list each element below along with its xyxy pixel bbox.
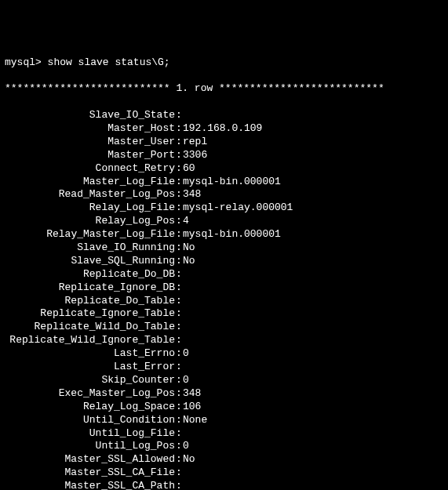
status-field-row: Last_Error: xyxy=(5,361,443,374)
field-separator: : xyxy=(175,334,183,347)
status-field-row: Replicate_Wild_Do_Table: xyxy=(5,321,443,334)
field-label: Until_Log_File xyxy=(5,427,175,441)
field-separator: : xyxy=(175,228,183,241)
field-separator: : xyxy=(175,295,183,308)
field-label: Last_Error xyxy=(5,361,175,374)
field-label: Relay_Log_Pos xyxy=(5,215,175,228)
field-separator: : xyxy=(175,387,183,401)
field-label: Slave_IO_State xyxy=(5,109,175,122)
field-separator: : xyxy=(175,149,183,162)
field-separator: : xyxy=(175,414,183,427)
field-label: Replicate_Wild_Ignore_Table xyxy=(5,334,175,347)
row-separator-header: *************************** 1. row *****… xyxy=(5,82,443,96)
status-field-row: Relay_Log_File:mysql-relay.000001 xyxy=(5,201,443,215)
field-value: 348 xyxy=(183,188,201,201)
field-separator: : xyxy=(175,122,183,136)
status-field-row: Last_Errno:0 xyxy=(5,347,443,361)
field-separator: : xyxy=(175,215,183,228)
field-label: Master_SSL_CA_Path xyxy=(5,480,175,490)
field-label: Replicate_Do_DB xyxy=(5,268,175,281)
field-separator: : xyxy=(175,440,183,453)
field-label: Master_Port xyxy=(5,149,175,162)
status-field-row: Master_Host:192.168.0.109 xyxy=(5,122,443,136)
field-label: Replicate_Do_Table xyxy=(5,295,175,308)
field-value: 0 xyxy=(183,374,189,387)
mysql-prompt[interactable]: mysql> show slave status\G; xyxy=(5,56,443,70)
field-separator: : xyxy=(175,176,183,189)
field-label: Relay_Log_File xyxy=(5,201,175,215)
status-field-row: Master_Port:3306 xyxy=(5,149,443,162)
status-field-row: Master_SSL_Allowed:No xyxy=(5,453,443,466)
field-label: Master_Host xyxy=(5,122,175,136)
status-field-row: Replicate_Wild_Ignore_Table: xyxy=(5,334,443,347)
field-separator: : xyxy=(175,374,183,387)
status-field-row: Relay_Log_Pos:4 xyxy=(5,215,443,228)
status-field-row: Replicate_Ignore_DB: xyxy=(5,281,443,295)
field-value: repl xyxy=(183,136,207,149)
status-field-row: Master_User:repl xyxy=(5,136,443,149)
field-label: Skip_Counter xyxy=(5,374,175,387)
field-label: Slave_IO_Running xyxy=(5,241,175,255)
field-label: Master_SSL_Allowed xyxy=(5,453,175,466)
field-separator: : xyxy=(175,347,183,361)
status-fields-container: Slave_IO_State:Master_Host:192.168.0.109… xyxy=(5,109,443,490)
status-field-row: Replicate_Do_DB: xyxy=(5,268,443,281)
field-separator: : xyxy=(175,466,183,480)
field-separator: : xyxy=(175,427,183,441)
field-value: 3306 xyxy=(183,149,207,162)
field-value: mysql-bin.000001 xyxy=(183,228,281,241)
field-label: Replicate_Ignore_Table xyxy=(5,307,175,321)
field-label: Relay_Master_Log_File xyxy=(5,228,175,241)
field-value: mysql-bin.000001 xyxy=(183,176,281,189)
field-value: 60 xyxy=(183,162,195,176)
status-field-row: Until_Log_File: xyxy=(5,427,443,441)
field-label: Until_Log_Pos xyxy=(5,440,175,453)
field-label: Exec_Master_Log_Pos xyxy=(5,387,175,401)
status-field-row: Read_Master_Log_Pos:348 xyxy=(5,188,443,201)
status-field-row: Until_Condition:None xyxy=(5,414,443,427)
field-separator: : xyxy=(175,241,183,255)
field-value: 0 xyxy=(183,440,189,453)
field-label: Master_Log_File xyxy=(5,176,175,189)
status-field-row: Exec_Master_Log_Pos:348 xyxy=(5,387,443,401)
field-value: 192.168.0.109 xyxy=(183,122,262,136)
field-value: 106 xyxy=(183,401,201,414)
field-value: 0 xyxy=(183,347,189,361)
field-label: Relay_Log_Space xyxy=(5,401,175,414)
field-label: Master_User xyxy=(5,136,175,149)
status-field-row: Connect_Retry:60 xyxy=(5,162,443,176)
status-field-row: Replicate_Ignore_Table: xyxy=(5,307,443,321)
field-value: No xyxy=(183,255,195,268)
field-separator: : xyxy=(175,401,183,414)
field-separator: : xyxy=(175,136,183,149)
status-field-row: Slave_IO_State: xyxy=(5,109,443,122)
field-separator: : xyxy=(175,255,183,268)
field-value: mysql-relay.000001 xyxy=(183,201,293,215)
field-value: 348 xyxy=(183,387,201,401)
field-label: Read_Master_Log_Pos xyxy=(5,188,175,201)
status-field-row: Master_SSL_CA_File: xyxy=(5,466,443,480)
field-separator: : xyxy=(175,307,183,321)
field-label: Master_SSL_CA_File xyxy=(5,466,175,480)
field-separator: : xyxy=(175,281,183,295)
field-separator: : xyxy=(175,268,183,281)
field-label: Slave_SQL_Running xyxy=(5,255,175,268)
field-label: Last_Errno xyxy=(5,347,175,361)
status-field-row: Relay_Log_Space:106 xyxy=(5,401,443,414)
field-value: None xyxy=(183,414,207,427)
status-field-row: Master_Log_File:mysql-bin.000001 xyxy=(5,176,443,189)
field-label: Until_Condition xyxy=(5,414,175,427)
status-field-row: Slave_IO_Running:No xyxy=(5,241,443,255)
field-label: Replicate_Ignore_DB xyxy=(5,281,175,295)
field-separator: : xyxy=(175,201,183,215)
field-separator: : xyxy=(175,109,183,122)
field-separator: : xyxy=(175,188,183,201)
field-separator: : xyxy=(175,361,183,374)
field-separator: : xyxy=(175,480,183,490)
status-field-row: Relay_Master_Log_File:mysql-bin.000001 xyxy=(5,228,443,241)
field-separator: : xyxy=(175,321,183,334)
field-separator: : xyxy=(175,453,183,466)
field-value: 4 xyxy=(183,215,189,228)
field-value: No xyxy=(183,453,195,466)
status-field-row: Skip_Counter:0 xyxy=(5,374,443,387)
